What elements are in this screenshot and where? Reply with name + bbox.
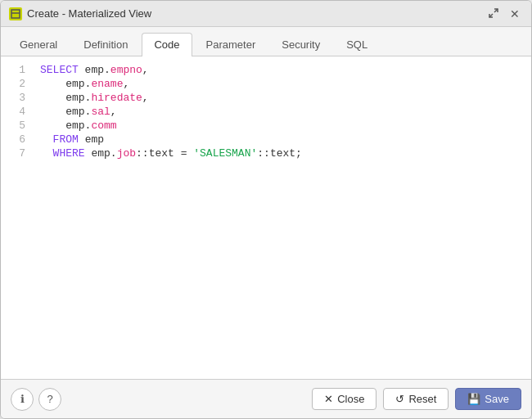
close-x-icon: ✕ [324, 393, 333, 405]
line-content: WHERE emp.job::text = 'SALESMAN'::text; [34, 146, 531, 160]
line-content: emp.sal, [34, 105, 531, 119]
close-dialog-button[interactable]: ✕ Close [312, 388, 376, 410]
help-button[interactable]: ? [38, 388, 61, 411]
table-row: 4 emp.sal, [1, 105, 531, 119]
line-number: 5 [1, 119, 34, 133]
tab-code[interactable]: Code [142, 33, 192, 56]
close-button[interactable]: ✕ [507, 6, 523, 22]
line-content: SELECT emp.empno, [34, 63, 531, 77]
info-icon: ℹ [20, 393, 25, 405]
close-label: Close [337, 393, 364, 405]
tab-parameter[interactable]: Parameter [194, 33, 268, 56]
table-row: 7 WHERE emp.job::text = 'SALESMAN'::text… [1, 146, 531, 160]
footer-right: ✕ Close ↺ Reset 💾 Save [312, 388, 521, 410]
line-number: 4 [1, 105, 34, 119]
help-icon: ? [47, 393, 52, 405]
save-icon: 💾 [467, 393, 480, 405]
line-number: 1 [1, 63, 34, 77]
table-row: 2 emp.ename, [1, 77, 531, 91]
reset-label: Reset [408, 393, 436, 405]
window-title: Create - Materialized View [27, 7, 151, 20]
table-row: 1 SELECT emp.empno, [1, 63, 531, 77]
tab-bar: General Definition Code Parameter Securi… [1, 27, 531, 56]
table-row: 3 emp.hiredate, [1, 91, 531, 105]
titlebar: Create - Materialized View ✕ [1, 1, 531, 27]
tab-sql[interactable]: SQL [334, 33, 380, 56]
expand-button[interactable] [485, 6, 502, 22]
reset-button[interactable]: ↺ Reset [383, 388, 449, 410]
line-content: emp.ename, [34, 77, 531, 91]
tab-security[interactable]: Security [269, 33, 332, 56]
main-window: Create - Materialized View ✕ General Def… [0, 0, 532, 419]
titlebar-actions: ✕ [485, 6, 523, 22]
tab-general[interactable]: General [7, 33, 70, 56]
editor-area: 1 SELECT emp.empno, 2 emp.ename, 3 emp.h… [1, 56, 531, 379]
table-row: 5 emp.comm [1, 119, 531, 133]
line-number: 6 [1, 133, 34, 146]
line-number: 2 [1, 77, 34, 91]
footer: ℹ ? ✕ Close ↺ Reset 💾 Save [1, 379, 531, 418]
line-content: FROM emp [34, 133, 531, 146]
info-button[interactable]: ℹ [11, 388, 34, 411]
reset-icon: ↺ [395, 393, 404, 405]
save-label: Save [485, 393, 509, 405]
code-lines: 1 SELECT emp.empno, 2 emp.ename, 3 emp.h… [1, 63, 531, 160]
line-number: 3 [1, 91, 34, 105]
tab-definition[interactable]: Definition [71, 33, 140, 56]
table-row: 6 FROM emp [1, 133, 531, 146]
line-content: emp.comm [34, 119, 531, 133]
line-number: 7 [1, 146, 34, 160]
window-icon [9, 7, 22, 20]
save-button[interactable]: 💾 Save [455, 388, 521, 410]
code-editor[interactable]: 1 SELECT emp.empno, 2 emp.ename, 3 emp.h… [1, 56, 531, 379]
svg-rect-0 [11, 10, 20, 18]
footer-left: ℹ ? [11, 388, 61, 411]
titlebar-left: Create - Materialized View [9, 7, 151, 20]
line-content: emp.hiredate, [34, 91, 531, 105]
